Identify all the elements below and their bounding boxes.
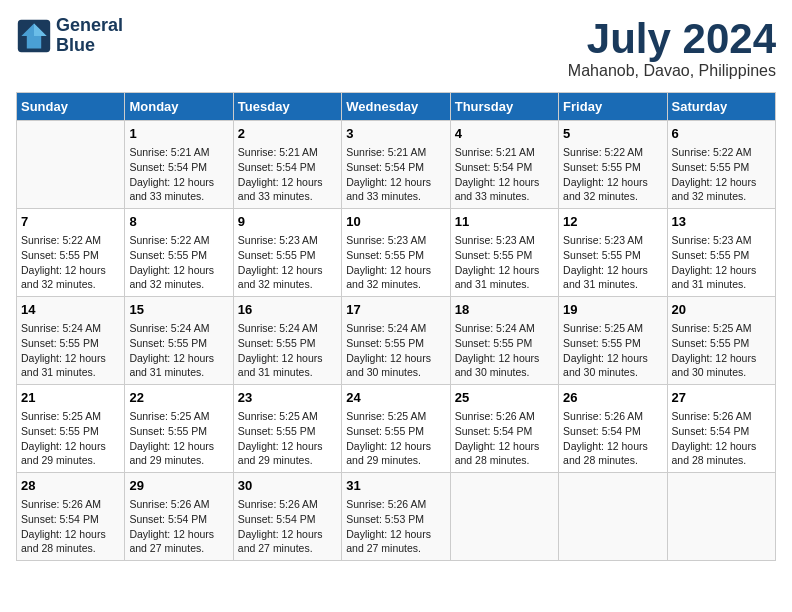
calendar-cell: 8Sunrise: 5:22 AM Sunset: 5:55 PM Daylig…: [125, 209, 233, 297]
calendar-cell: 30Sunrise: 5:26 AM Sunset: 5:54 PM Dayli…: [233, 472, 341, 560]
week-row-4: 21Sunrise: 5:25 AM Sunset: 5:55 PM Dayli…: [17, 385, 776, 473]
day-info: Sunrise: 5:21 AM Sunset: 5:54 PM Dayligh…: [129, 145, 228, 204]
day-info: Sunrise: 5:24 AM Sunset: 5:55 PM Dayligh…: [455, 321, 554, 380]
day-info: Sunrise: 5:25 AM Sunset: 5:55 PM Dayligh…: [346, 409, 445, 468]
day-number: 28: [21, 477, 120, 495]
day-number: 30: [238, 477, 337, 495]
day-number: 5: [563, 125, 662, 143]
day-number: 9: [238, 213, 337, 231]
day-info: Sunrise: 5:24 AM Sunset: 5:55 PM Dayligh…: [238, 321, 337, 380]
header-row: SundayMondayTuesdayWednesdayThursdayFrid…: [17, 93, 776, 121]
day-number: 4: [455, 125, 554, 143]
day-info: Sunrise: 5:25 AM Sunset: 5:55 PM Dayligh…: [129, 409, 228, 468]
day-header-tuesday: Tuesday: [233, 93, 341, 121]
page-header: General Blue July 2024 Mahanob, Davao, P…: [16, 16, 776, 80]
day-info: Sunrise: 5:26 AM Sunset: 5:53 PM Dayligh…: [346, 497, 445, 556]
day-number: 1: [129, 125, 228, 143]
calendar-cell: [450, 472, 558, 560]
calendar-cell: 10Sunrise: 5:23 AM Sunset: 5:55 PM Dayli…: [342, 209, 450, 297]
day-number: 21: [21, 389, 120, 407]
calendar-cell: 31Sunrise: 5:26 AM Sunset: 5:53 PM Dayli…: [342, 472, 450, 560]
calendar-cell: 19Sunrise: 5:25 AM Sunset: 5:55 PM Dayli…: [559, 297, 667, 385]
calendar-table: SundayMondayTuesdayWednesdayThursdayFrid…: [16, 92, 776, 561]
calendar-cell: [667, 472, 775, 560]
calendar-cell: 15Sunrise: 5:24 AM Sunset: 5:55 PM Dayli…: [125, 297, 233, 385]
day-info: Sunrise: 5:22 AM Sunset: 5:55 PM Dayligh…: [672, 145, 771, 204]
day-header-sunday: Sunday: [17, 93, 125, 121]
day-number: 12: [563, 213, 662, 231]
calendar-cell: 26Sunrise: 5:26 AM Sunset: 5:54 PM Dayli…: [559, 385, 667, 473]
day-number: 18: [455, 301, 554, 319]
main-title: July 2024: [568, 16, 776, 62]
calendar-cell: 23Sunrise: 5:25 AM Sunset: 5:55 PM Dayli…: [233, 385, 341, 473]
day-info: Sunrise: 5:26 AM Sunset: 5:54 PM Dayligh…: [563, 409, 662, 468]
calendar-cell: 27Sunrise: 5:26 AM Sunset: 5:54 PM Dayli…: [667, 385, 775, 473]
day-header-wednesday: Wednesday: [342, 93, 450, 121]
day-info: Sunrise: 5:24 AM Sunset: 5:55 PM Dayligh…: [346, 321, 445, 380]
calendar-cell: 22Sunrise: 5:25 AM Sunset: 5:55 PM Dayli…: [125, 385, 233, 473]
calendar-cell: 4Sunrise: 5:21 AM Sunset: 5:54 PM Daylig…: [450, 121, 558, 209]
week-row-2: 7Sunrise: 5:22 AM Sunset: 5:55 PM Daylig…: [17, 209, 776, 297]
day-number: 15: [129, 301, 228, 319]
logo-line1: General: [56, 16, 123, 36]
day-number: 14: [21, 301, 120, 319]
calendar-cell: 7Sunrise: 5:22 AM Sunset: 5:55 PM Daylig…: [17, 209, 125, 297]
day-number: 11: [455, 213, 554, 231]
logo-icon: [16, 18, 52, 54]
day-info: Sunrise: 5:25 AM Sunset: 5:55 PM Dayligh…: [21, 409, 120, 468]
day-info: Sunrise: 5:25 AM Sunset: 5:55 PM Dayligh…: [672, 321, 771, 380]
day-info: Sunrise: 5:26 AM Sunset: 5:54 PM Dayligh…: [238, 497, 337, 556]
calendar-cell: 14Sunrise: 5:24 AM Sunset: 5:55 PM Dayli…: [17, 297, 125, 385]
day-header-saturday: Saturday: [667, 93, 775, 121]
calendar-cell: 11Sunrise: 5:23 AM Sunset: 5:55 PM Dayli…: [450, 209, 558, 297]
logo-line2: Blue: [56, 36, 123, 56]
day-number: 31: [346, 477, 445, 495]
day-number: 2: [238, 125, 337, 143]
logo-text: General Blue: [56, 16, 123, 56]
day-info: Sunrise: 5:21 AM Sunset: 5:54 PM Dayligh…: [455, 145, 554, 204]
calendar-cell: 3Sunrise: 5:21 AM Sunset: 5:54 PM Daylig…: [342, 121, 450, 209]
day-info: Sunrise: 5:25 AM Sunset: 5:55 PM Dayligh…: [238, 409, 337, 468]
day-number: 26: [563, 389, 662, 407]
calendar-cell: 28Sunrise: 5:26 AM Sunset: 5:54 PM Dayli…: [17, 472, 125, 560]
calendar-cell: 24Sunrise: 5:25 AM Sunset: 5:55 PM Dayli…: [342, 385, 450, 473]
calendar-cell: 2Sunrise: 5:21 AM Sunset: 5:54 PM Daylig…: [233, 121, 341, 209]
day-info: Sunrise: 5:26 AM Sunset: 5:54 PM Dayligh…: [672, 409, 771, 468]
day-number: 6: [672, 125, 771, 143]
day-number: 20: [672, 301, 771, 319]
logo: General Blue: [16, 16, 123, 56]
day-number: 24: [346, 389, 445, 407]
day-header-thursday: Thursday: [450, 93, 558, 121]
calendar-cell: 16Sunrise: 5:24 AM Sunset: 5:55 PM Dayli…: [233, 297, 341, 385]
calendar-cell: 18Sunrise: 5:24 AM Sunset: 5:55 PM Dayli…: [450, 297, 558, 385]
calendar-cell: 29Sunrise: 5:26 AM Sunset: 5:54 PM Dayli…: [125, 472, 233, 560]
day-number: 29: [129, 477, 228, 495]
calendar-cell: [559, 472, 667, 560]
day-info: Sunrise: 5:25 AM Sunset: 5:55 PM Dayligh…: [563, 321, 662, 380]
calendar-cell: 21Sunrise: 5:25 AM Sunset: 5:55 PM Dayli…: [17, 385, 125, 473]
calendar-cell: 5Sunrise: 5:22 AM Sunset: 5:55 PM Daylig…: [559, 121, 667, 209]
calendar-cell: 25Sunrise: 5:26 AM Sunset: 5:54 PM Dayli…: [450, 385, 558, 473]
day-number: 27: [672, 389, 771, 407]
subtitle: Mahanob, Davao, Philippines: [568, 62, 776, 80]
day-info: Sunrise: 5:23 AM Sunset: 5:55 PM Dayligh…: [238, 233, 337, 292]
day-header-friday: Friday: [559, 93, 667, 121]
calendar-cell: 9Sunrise: 5:23 AM Sunset: 5:55 PM Daylig…: [233, 209, 341, 297]
calendar-cell: 1Sunrise: 5:21 AM Sunset: 5:54 PM Daylig…: [125, 121, 233, 209]
day-info: Sunrise: 5:22 AM Sunset: 5:55 PM Dayligh…: [21, 233, 120, 292]
day-info: Sunrise: 5:21 AM Sunset: 5:54 PM Dayligh…: [238, 145, 337, 204]
calendar-cell: 6Sunrise: 5:22 AM Sunset: 5:55 PM Daylig…: [667, 121, 775, 209]
day-number: 7: [21, 213, 120, 231]
day-number: 19: [563, 301, 662, 319]
day-info: Sunrise: 5:23 AM Sunset: 5:55 PM Dayligh…: [346, 233, 445, 292]
day-info: Sunrise: 5:26 AM Sunset: 5:54 PM Dayligh…: [21, 497, 120, 556]
week-row-5: 28Sunrise: 5:26 AM Sunset: 5:54 PM Dayli…: [17, 472, 776, 560]
title-block: July 2024 Mahanob, Davao, Philippines: [568, 16, 776, 80]
day-info: Sunrise: 5:26 AM Sunset: 5:54 PM Dayligh…: [455, 409, 554, 468]
day-number: 23: [238, 389, 337, 407]
calendar-cell: 17Sunrise: 5:24 AM Sunset: 5:55 PM Dayli…: [342, 297, 450, 385]
week-row-1: 1Sunrise: 5:21 AM Sunset: 5:54 PM Daylig…: [17, 121, 776, 209]
day-number: 3: [346, 125, 445, 143]
day-info: Sunrise: 5:23 AM Sunset: 5:55 PM Dayligh…: [563, 233, 662, 292]
day-number: 17: [346, 301, 445, 319]
